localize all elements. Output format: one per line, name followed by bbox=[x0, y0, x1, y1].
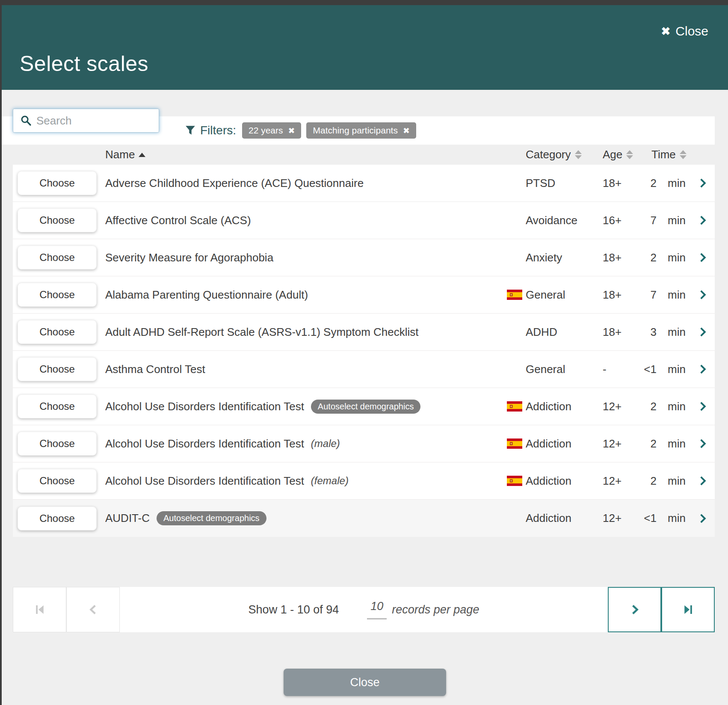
choose-button[interactable]: Choose bbox=[18, 432, 97, 456]
time-value: 2 bbox=[631, 251, 657, 264]
choose-button[interactable]: Choose bbox=[18, 320, 97, 344]
age-cell: - bbox=[590, 363, 631, 376]
filter-chip[interactable]: 22 years✖ bbox=[242, 122, 301, 139]
chevron-right-icon bbox=[697, 401, 708, 412]
table-row: Choose Affective Control Scale (ACS) Avo… bbox=[13, 202, 715, 239]
filter-chip-remove-icon[interactable]: ✖ bbox=[288, 126, 295, 136]
choose-button[interactable]: Choose bbox=[18, 394, 97, 418]
table-row: Choose AUDIT-C Autoselect demographics A… bbox=[13, 500, 715, 537]
time-value: 2 bbox=[631, 177, 657, 190]
category-cell: Addiction bbox=[526, 474, 590, 488]
pagination-info: Show 1 - 10 of 94 10 records per page bbox=[120, 587, 608, 632]
autoselect-badge: Autoselect demographics bbox=[157, 511, 266, 525]
page-title: Select scales bbox=[20, 51, 148, 76]
choose-button[interactable]: Choose bbox=[18, 208, 97, 232]
scale-name: Alcohol Use Disorders Identification Tes… bbox=[105, 437, 304, 450]
close-button[interactable]: ✖ Close bbox=[661, 24, 709, 39]
search-input[interactable] bbox=[36, 114, 159, 127]
column-header-category[interactable]: Category bbox=[526, 148, 590, 161]
time-unit: min bbox=[657, 474, 691, 488]
age-cell: 18+ bbox=[590, 326, 631, 339]
category-cell: Addiction bbox=[526, 512, 590, 525]
spain-flag-icon bbox=[507, 290, 522, 300]
time-value: 2 bbox=[631, 400, 657, 413]
modal-footer: Close bbox=[2, 632, 728, 705]
time-value: 3 bbox=[631, 326, 657, 339]
choose-button[interactable]: Choose bbox=[18, 246, 97, 270]
table-row: Choose Asthma Control Test General - <1 … bbox=[13, 351, 715, 388]
time-unit: min bbox=[657, 251, 691, 264]
flag-cell bbox=[507, 290, 526, 300]
scale-name: Adult ADHD Self-Report Scale (ASRS-v1.1)… bbox=[105, 326, 419, 339]
pagination-bar: Show 1 - 10 of 94 10 records per page bbox=[13, 587, 715, 632]
modal-header: ✖ Close Select scales bbox=[2, 5, 728, 90]
row-detail-chevron[interactable] bbox=[691, 438, 715, 449]
column-header-age-label: Age bbox=[603, 148, 622, 161]
time-value: 2 bbox=[631, 437, 657, 450]
scale-name-cell: Alcohol Use Disorders Identification Tes… bbox=[105, 400, 507, 414]
filter-chip[interactable]: Matching participants✖ bbox=[306, 122, 416, 139]
filter-chip-label: 22 years bbox=[249, 125, 283, 136]
choose-button[interactable]: Choose bbox=[18, 469, 97, 493]
time-unit: min bbox=[657, 512, 691, 525]
filter-chip-remove-icon[interactable]: ✖ bbox=[403, 126, 410, 136]
scale-name-cell: Severity Measure for Agoraphobia bbox=[105, 251, 507, 264]
table-row: Choose Alabama Parenting Questionnaire (… bbox=[13, 276, 715, 314]
scale-name-cell: Alcohol Use Disorders Identification Tes… bbox=[105, 474, 507, 488]
choose-button[interactable]: Choose bbox=[18, 357, 97, 381]
filter-icon bbox=[185, 125, 196, 136]
records-per-page-input[interactable]: 10 bbox=[367, 600, 387, 619]
scales-table: Choose Adverse Childhood Experience (ACE… bbox=[13, 165, 715, 537]
row-detail-chevron[interactable] bbox=[691, 178, 715, 189]
column-header-time[interactable]: Time bbox=[631, 148, 691, 161]
prev-page-icon bbox=[87, 603, 100, 616]
time-unit: min bbox=[657, 363, 691, 376]
last-page-button[interactable] bbox=[661, 587, 715, 632]
row-detail-chevron[interactable] bbox=[691, 289, 715, 300]
footer-close-button[interactable]: Close bbox=[284, 669, 446, 696]
row-detail-chevron[interactable] bbox=[691, 401, 715, 412]
column-header-name-label: Name bbox=[105, 148, 135, 161]
table-row: Choose Adult ADHD Self-Report Scale (ASR… bbox=[13, 314, 715, 351]
chevron-right-icon bbox=[697, 326, 708, 338]
row-detail-chevron[interactable] bbox=[691, 215, 715, 226]
row-detail-chevron[interactable] bbox=[691, 252, 715, 263]
first-page-button[interactable] bbox=[13, 587, 66, 632]
scale-name-cell: Affective Control Scale (ACS) bbox=[105, 214, 507, 227]
row-detail-chevron[interactable] bbox=[691, 513, 715, 524]
column-header-time-label: Time bbox=[651, 148, 676, 161]
age-cell: 12+ bbox=[590, 400, 631, 413]
choose-cell: Choose bbox=[13, 432, 105, 456]
scale-name-suffix: (female) bbox=[311, 475, 349, 487]
chevron-right-icon bbox=[697, 513, 708, 524]
choose-cell: Choose bbox=[13, 208, 105, 232]
prev-page-button[interactable] bbox=[66, 587, 120, 632]
spain-flag-icon bbox=[507, 476, 522, 486]
choose-cell: Choose bbox=[13, 469, 105, 493]
scale-name-cell: Asthma Control Test bbox=[105, 363, 507, 376]
toolbar: Filters: 22 years✖Matching participants✖ bbox=[2, 116, 715, 145]
time-value: <1 bbox=[631, 512, 657, 525]
scale-name-cell: Alabama Parenting Questionnaire (Adult) bbox=[105, 288, 507, 302]
choose-button[interactable]: Choose bbox=[18, 171, 97, 195]
spain-flag-icon bbox=[507, 438, 522, 449]
table-row: Choose Adverse Childhood Experience (ACE… bbox=[13, 165, 715, 202]
row-detail-chevron[interactable] bbox=[691, 475, 715, 486]
choose-button[interactable]: Choose bbox=[18, 283, 97, 307]
time-value: 2 bbox=[631, 474, 657, 488]
scale-name-cell: AUDIT-C Autoselect demographics bbox=[105, 511, 507, 525]
time-unit: min bbox=[657, 288, 691, 302]
column-header-name[interactable]: Name bbox=[105, 148, 507, 161]
category-cell: PTSD bbox=[526, 177, 590, 190]
table-header: Name Category Age Time bbox=[13, 145, 715, 165]
scale-name-cell: Adult ADHD Self-Report Scale (ASRS-v1.1)… bbox=[105, 326, 507, 339]
row-detail-chevron[interactable] bbox=[691, 364, 715, 375]
choose-button[interactable]: Choose bbox=[18, 507, 97, 530]
flag-cell bbox=[507, 476, 526, 486]
scale-name: Adverse Childhood Experience (ACE) Quest… bbox=[105, 177, 364, 190]
chevron-right-icon bbox=[697, 475, 708, 486]
next-page-button[interactable] bbox=[608, 587, 661, 632]
row-detail-chevron[interactable] bbox=[691, 326, 715, 338]
chevron-right-icon bbox=[697, 364, 708, 375]
column-header-age[interactable]: Age bbox=[590, 148, 631, 161]
